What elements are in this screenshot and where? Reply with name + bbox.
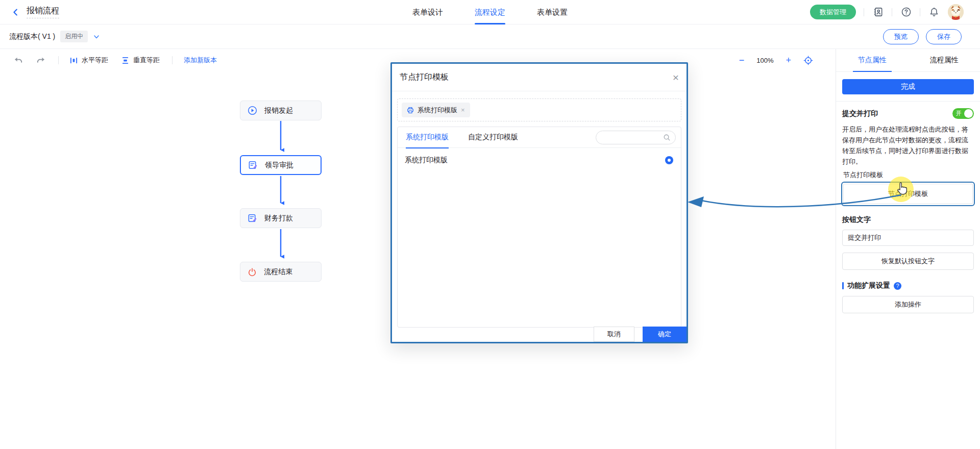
node-template-label: 节点打印模板 (843, 170, 974, 180)
node-template-button[interactable]: 节点打印模板 (843, 184, 973, 204)
divider (892, 8, 892, 16)
node-label: 报销发起 (264, 106, 293, 115)
panel-tabs: 节点属性 流程属性 (836, 49, 980, 72)
divider (392, 91, 687, 91)
flow-node-payment[interactable]: 财务打款 (240, 208, 322, 228)
flow-node-approval[interactable]: 领导审批 (240, 155, 322, 175)
modal-title: 节点打印模板 (400, 72, 449, 83)
extension-label: 功能扩展设置 (847, 281, 890, 290)
radio-selected[interactable] (665, 156, 673, 164)
divider (864, 8, 864, 16)
template-list-item[interactable]: 系统打印模版 (398, 148, 681, 165)
cancel-button[interactable]: 取消 (594, 327, 634, 342)
submit-print-description: 开启后，用户在处理流程时点击此按钮，将保存用户在此节点中对数据的更改，流程流转至… (842, 124, 974, 167)
zoom-level: 100% (756, 57, 773, 64)
payment-doc-icon (248, 213, 257, 223)
redo-icon (36, 56, 46, 64)
page-title[interactable]: 报销流程 (27, 6, 59, 18)
top-bar: 报销流程 表单设计 流程设定 表单设置 数据管理 (0, 0, 980, 24)
flow-node-start[interactable]: 报销发起 (240, 101, 322, 120)
add-action-button[interactable]: 添加操作 (842, 296, 974, 313)
horizontal-equal-icon (70, 57, 78, 64)
submit-print-label: 提交并打印 (842, 109, 878, 118)
button-text-label: 按钮文字 (842, 215, 974, 224)
vertical-equal-icon (121, 57, 129, 64)
play-icon (248, 106, 257, 115)
properties-panel: 节点属性 流程属性 完成 提交并打印 开 开启后，用户在处理流程时点击此按钮，将… (836, 49, 980, 449)
search-box (596, 131, 676, 144)
template-picker: 系统打印模版 自定义打印模版 系统打印模版 (397, 127, 681, 328)
vertical-equal-label: 垂直等距 (133, 56, 160, 65)
add-version-link[interactable]: 添加新版本 (184, 56, 217, 65)
zoom-controls: − 100% + (739, 56, 813, 65)
help-button[interactable] (900, 6, 912, 18)
confirm-button[interactable]: 确定 (643, 327, 687, 342)
tab-custom-template[interactable]: 自定义打印模版 (468, 127, 518, 148)
approval-doc-icon (248, 160, 258, 170)
tab-system-template[interactable]: 系统打印模版 (406, 127, 449, 148)
header-tabs: 表单设计 流程设定 表单设置 (412, 0, 568, 24)
node-label: 领导审批 (265, 161, 293, 170)
tab-form-design[interactable]: 表单设计 (412, 0, 443, 24)
undo-button[interactable] (13, 56, 23, 64)
help-icon (901, 7, 912, 17)
redo-button[interactable] (36, 56, 46, 64)
chevron-left-icon (11, 8, 20, 17)
modal-close-button[interactable]: × (673, 72, 679, 83)
done-button[interactable]: 完成 (842, 79, 974, 94)
template-chip[interactable]: 系统打印模版 × (402, 103, 470, 117)
vertical-equal-button[interactable]: 垂直等距 (121, 56, 160, 65)
save-button[interactable]: 保存 (926, 29, 962, 44)
horizontal-equal-label: 水平等距 (82, 56, 108, 65)
section-bar (842, 282, 844, 289)
contacts-button[interactable] (872, 6, 884, 18)
divider (172, 56, 173, 64)
horizontal-equal-button[interactable]: 水平等距 (70, 56, 108, 65)
restore-default-button[interactable]: 恢复默认按钮文字 (842, 253, 974, 270)
crosshair-icon (803, 56, 813, 65)
zoom-out-button[interactable]: − (739, 56, 745, 65)
data-manage-button[interactable]: 数据管理 (810, 5, 856, 19)
version-label: 流程版本( V1 ) (9, 32, 55, 41)
zoom-in-button[interactable]: + (786, 56, 791, 65)
toggle-knob (964, 109, 973, 118)
avatar[interactable] (948, 4, 964, 20)
button-text-input[interactable] (842, 230, 974, 246)
selected-templates-box: 系统打印模版 × (397, 98, 681, 121)
flow-node-end[interactable]: 流程结束 (240, 262, 322, 282)
divider (58, 56, 59, 64)
fit-view-button[interactable] (803, 56, 813, 65)
version-bar-actions: 预览 保存 (883, 29, 962, 44)
help-circle-icon[interactable]: ? (894, 282, 901, 290)
tab-form-settings[interactable]: 表单设置 (537, 0, 568, 24)
tab-flow-setting[interactable]: 流程设定 (475, 0, 505, 24)
extension-header: 功能扩展设置 ? (842, 281, 974, 290)
divider (836, 101, 980, 102)
search-input[interactable] (596, 134, 663, 141)
submit-print-toggle[interactable]: 开 (952, 108, 974, 119)
notification-button[interactable] (928, 6, 940, 18)
version-bar: 流程版本( V1 ) 启用中 预览 保存 (0, 24, 980, 49)
printer-icon (407, 107, 414, 114)
modal-footer: 取消 确定 (594, 327, 687, 342)
chevron-down-icon (93, 33, 100, 40)
back-button[interactable] (11, 8, 20, 17)
node-label: 流程结束 (264, 267, 292, 277)
top-right-actions: 数据管理 (810, 4, 964, 20)
power-icon (248, 267, 257, 277)
divider (920, 8, 920, 16)
undo-icon (13, 56, 23, 64)
tab-node-properties[interactable]: 节点属性 (836, 49, 908, 71)
avatar-cat-image (948, 4, 964, 20)
chip-remove-button[interactable]: × (461, 106, 465, 114)
template-item-label: 系统打印模版 (405, 156, 448, 165)
bell-icon (929, 7, 939, 17)
toggle-on-label: 开 (956, 110, 962, 117)
node-label: 财务打款 (264, 214, 293, 223)
preview-button[interactable]: 预览 (883, 29, 919, 44)
tab-flow-properties[interactable]: 流程属性 (908, 49, 980, 71)
contacts-icon (873, 7, 884, 17)
status-badge: 启用中 (60, 31, 88, 42)
version-dropdown[interactable] (93, 33, 100, 40)
node-print-template-modal: 节点打印模板 × 系统打印模版 × 系统打印模版 自定义打印模版 系统打印模版 … (390, 62, 688, 343)
